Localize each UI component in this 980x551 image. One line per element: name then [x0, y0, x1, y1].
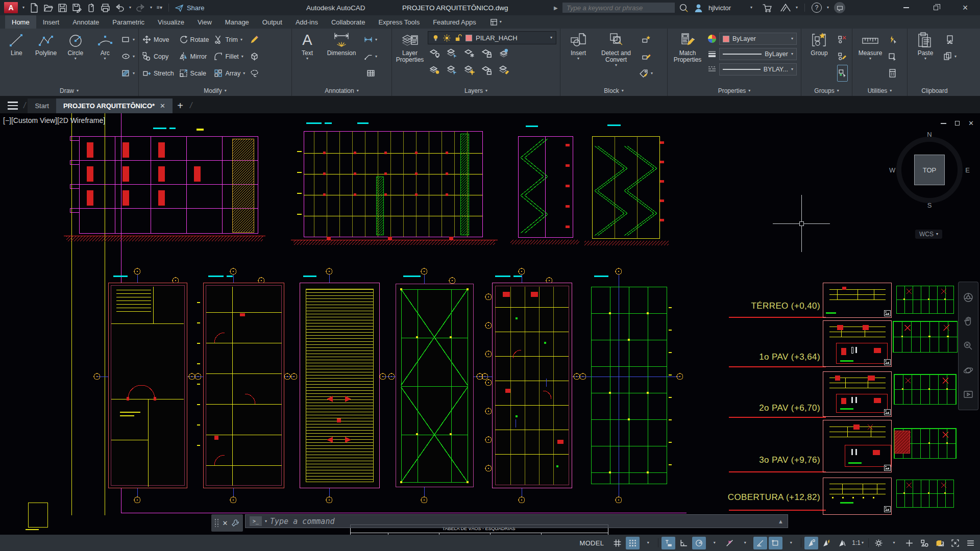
object-snap-tracking-button[interactable] [753, 537, 767, 549]
layer-properties-button[interactable]: Layer Properties [396, 31, 424, 63]
text-caret-icon[interactable]: ▾ [306, 57, 308, 61]
erase-button[interactable] [250, 31, 259, 48]
move-button[interactable]: Move [142, 31, 174, 48]
save-as-icon[interactable] [72, 3, 82, 13]
open-from-web-icon[interactable] [86, 3, 96, 13]
tab-collaborate[interactable]: Collaborate [325, 15, 372, 29]
tab-output[interactable]: Output [256, 15, 289, 29]
username[interactable]: hjlvictor [708, 4, 731, 12]
pan-hand-icon[interactable] [963, 316, 974, 327]
paste-caret-icon[interactable]: ▾ [924, 57, 926, 61]
tab-express-tools[interactable]: Express Tools [372, 15, 426, 29]
layer-match-icon[interactable] [499, 65, 509, 75]
tab-insert[interactable]: Insert [36, 15, 66, 29]
show-motion-icon[interactable] [963, 389, 974, 400]
line-button[interactable]: Line [4, 31, 30, 57]
search-input[interactable] [567, 4, 671, 12]
object-color-dropdown[interactable]: ByLayer▾ [719, 33, 797, 45]
quick-select-icon[interactable] [888, 31, 897, 48]
autoscale-button[interactable] [820, 537, 834, 549]
doc-close-icon[interactable]: ✕ [968, 119, 974, 127]
stretch-button[interactable]: Stretch [142, 65, 174, 82]
search-box[interactable] [562, 3, 675, 13]
leader-icon[interactable]: ▾ [364, 48, 377, 65]
command-customize-wrench-icon[interactable] [231, 519, 239, 527]
annotation-scale-value[interactable]: 1:1▾ [850, 537, 865, 549]
trim-button[interactable]: Trim▾ [214, 31, 245, 48]
circle-button[interactable]: Circle▾ [63, 31, 89, 61]
command-grip[interactable]: ✕ [211, 514, 243, 532]
command-close-icon[interactable]: ✕ [223, 519, 228, 527]
panel-label-draw[interactable]: Draw▾ [0, 85, 138, 96]
panel-label-utilities[interactable]: Utilities▾ [852, 85, 907, 96]
detect-caret-icon[interactable]: ▾ [615, 63, 617, 67]
viewcube-north[interactable]: N [927, 131, 932, 138]
viewcube-west[interactable]: W [889, 166, 895, 174]
tab-view[interactable]: View [191, 15, 218, 29]
rotate-button[interactable]: Rotate [179, 31, 209, 48]
panel-label-groups[interactable]: Groups▾ [801, 85, 852, 96]
new-tab-button[interactable]: + [173, 98, 188, 113]
file-tabs-menu-icon[interactable] [4, 98, 21, 113]
qat-customize-icon[interactable]: ≡▾ [157, 5, 162, 10]
quick-calc-icon[interactable] [888, 65, 897, 82]
osnap-caret-icon[interactable]: ▾ [784, 537, 798, 549]
cut-icon[interactable] [943, 31, 957, 48]
doc-restore-icon[interactable] [955, 121, 960, 126]
minimize-button[interactable] [891, 0, 921, 15]
user-avatar-icon[interactable] [694, 3, 703, 13]
snap-caret-icon[interactable]: ▾ [641, 537, 655, 549]
paste-button[interactable]: Paste▾ [911, 31, 940, 61]
tab-parametric[interactable]: Parametric [106, 15, 151, 29]
layer-freeze-icon[interactable] [464, 48, 475, 58]
cart-icon[interactable] [763, 3, 772, 13]
tab-home[interactable]: Home [5, 15, 36, 29]
undo-caret-icon[interactable]: ▾ [129, 6, 131, 10]
ungroup-icon[interactable] [837, 31, 848, 48]
hatch-button[interactable]: ▾ [121, 65, 135, 82]
layer-unisolate-icon[interactable] [447, 65, 457, 75]
object-snap-button[interactable] [769, 537, 782, 549]
ortho-mode-button[interactable] [677, 537, 691, 549]
doc-minimize-icon[interactable] [941, 123, 946, 124]
drawing-area[interactable]: .mg{stroke:#f640f0;fill:none}.yl{stroke:… [0, 113, 980, 535]
create-block-icon[interactable] [640, 31, 653, 48]
command-recent-caret-icon[interactable]: ▾ [265, 519, 267, 523]
search-icon[interactable] [679, 3, 689, 13]
viewcube-south[interactable]: S [927, 202, 932, 209]
tab-annotate[interactable]: Annotate [66, 15, 106, 29]
match-properties-button[interactable]: Match Properties [671, 31, 704, 63]
array-button[interactable]: Array▾ [214, 65, 245, 82]
workspace-caret-icon[interactable]: ▾ [887, 537, 901, 549]
isodraft-caret-icon[interactable]: ▾ [738, 537, 752, 549]
redo-icon[interactable] [136, 3, 145, 13]
copy-button[interactable]: Copy [142, 48, 174, 65]
user-menu-caret-icon[interactable]: ▾ [750, 6, 752, 10]
viewcube[interactable]: N W E S TOP [891, 132, 968, 208]
fillet-button[interactable]: Fillet▾ [214, 48, 245, 65]
quick-measure-icon[interactable] [888, 48, 897, 65]
insert-caret-icon[interactable]: ▾ [577, 57, 579, 61]
viewport-controls-label[interactable]: [−][Custom View][2D Wireframe] [3, 116, 105, 124]
layer-on-icon[interactable] [430, 65, 440, 75]
panel-label-modify[interactable]: Modify▾ [139, 85, 291, 96]
command-input[interactable]: >_ ▾ Type a command ▲ [245, 514, 788, 528]
arc-caret-icon[interactable]: ▾ [104, 57, 106, 61]
plot-icon[interactable] [101, 3, 110, 13]
zoom-extents-icon[interactable] [963, 340, 974, 352]
search-flyout-icon[interactable]: ▶ [554, 5, 558, 11]
polar-tracking-button[interactable] [692, 537, 706, 549]
isolate-objects-button[interactable] [918, 537, 932, 549]
edit-block-icon[interactable] [640, 48, 653, 65]
arc-button[interactable]: Arc▾ [92, 31, 118, 61]
tab-start[interactable]: Start [28, 98, 56, 113]
command-collapse-icon[interactable]: ▲ [778, 518, 783, 524]
customization-menu-button[interactable] [964, 537, 977, 549]
detect-convert-button[interactable]: Detect and Convert▾ [596, 31, 636, 67]
workspace-gear-button[interactable] [872, 537, 886, 549]
circle-caret-icon[interactable]: ▾ [75, 57, 77, 61]
redo-caret-icon[interactable]: ▾ [150, 6, 152, 10]
autodesk-logo-icon[interactable] [780, 3, 791, 13]
panel-label-annotation[interactable]: Annotation▾ [292, 85, 391, 96]
save-icon[interactable] [58, 3, 67, 13]
